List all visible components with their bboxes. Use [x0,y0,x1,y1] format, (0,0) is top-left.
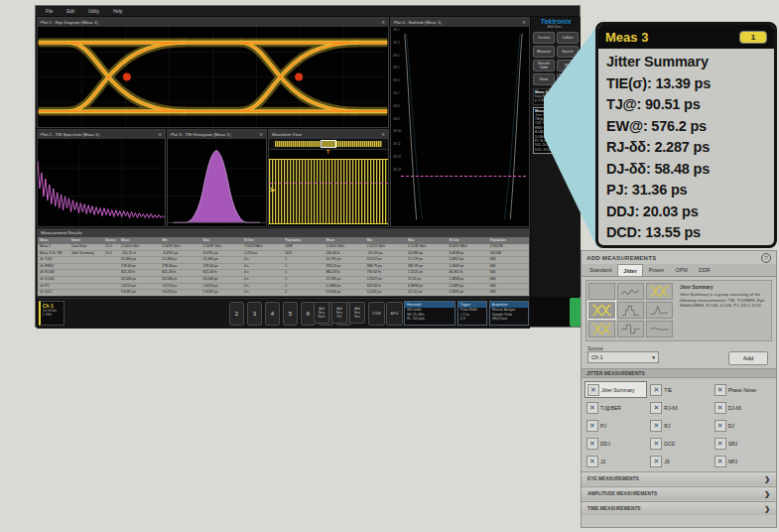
plot-title: Plot 4 - Bathtub (Meas 1) [394,20,442,25]
table-row[interactable]: Jit: DDJ 9.6282 ps 9.6282 ps 9.6282 ps 0… [38,290,529,297]
measurement-item[interactable]: ✕ DJ [713,417,775,434]
measurement-item[interactable]: ✕ RJ [648,417,711,434]
menu-item[interactable]: File [46,9,53,14]
measurement-tab[interactable]: Jitter [617,264,642,276]
measurement-item[interactable]: ✕ RJ-δδ [648,399,711,416]
table-row[interactable]: Meas 3 Jit: TIE Jitter Summary Ch 1 -151… [38,251,529,258]
chevron-right-icon: ❯ [764,490,770,498]
table-row[interactable]: Jit: DJ-δδ 20.536 ps 20.536 ps 20.536 ps… [38,277,529,284]
measurement-item[interactable]: ✕ TIE [648,381,711,398]
table-row[interactable]: Jit: PJ 1.6714 ps 1.6714 ps 1.6714 ps 0 … [38,284,529,291]
measurement-item[interactable]: ✕ SRJ [713,435,775,452]
sidebar-button[interactable]: Zoom [533,73,555,85]
sidebar-button[interactable]: Callout [557,32,579,44]
measurement-item[interactable]: ✕ PJ [584,417,647,434]
cell: 2.5638 Gb/s [201,244,242,250]
add-waveform-button[interactable]: Add New Math [314,302,329,324]
channel1-badge[interactable]: Ch 1 50 mV/div 2 GHz [39,301,65,326]
run-stop-button[interactable] [570,298,581,327]
measurement-item[interactable]: ✕ J9 [648,453,711,469]
measurement-item[interactable]: ✕ DDJ [584,435,647,452]
measurement-tab[interactable]: OPM [670,264,693,276]
sidebar-button[interactable]: Measure [533,46,555,58]
thumb-eye-diagram-2[interactable] [588,321,615,337]
add-waveform-button[interactable]: Add New Ref [331,302,347,324]
measurement-gallery: Jitter Summary Jitter Summary is a group… [585,280,772,341]
close-icon[interactable]: ✕ [522,20,526,25]
thumb-trace[interactable] [646,321,673,337]
measurement-item[interactable]: ✕ Phase Noise [713,381,775,398]
sidebar-button[interactable]: Results Table [533,60,555,71]
panel-title: ADD MEASUREMENTS [586,255,656,261]
measurement-item[interactable]: ✕ J2 [584,453,647,469]
source-select[interactable]: Ch 1 ▾ [587,351,659,363]
menu-item[interactable]: Help [113,9,122,14]
accordion-section[interactable]: TIME MEASUREMENTS ❯ [582,501,776,515]
thumb-waveform[interactable] [617,321,644,337]
measurement-item[interactable]: ✕ NPJ [713,453,775,469]
measurement-item[interactable]: ✕ Jitter Summary [584,381,647,398]
cell: 821.26 fs [160,270,200,276]
cell: 1.4349 ps [447,264,487,270]
measurement-icon: ✕ [586,438,598,450]
thumb-histogram[interactable] [617,302,644,319]
jitter-measurements-grid: ✕ Jitter Summary ✕ TIE ✕ Phase Noise ✕ T… [584,381,775,469]
cell: 2.5748 Gb/s [406,244,447,250]
measurement-icon: ✕ [714,402,726,414]
trigger-badge[interactable]: Trigger Pulse Width< 2 ns0 V [457,301,487,326]
measurement-tab[interactable]: DDR [694,264,715,276]
close-icon[interactable]: ✕ [259,132,263,137]
accordion-section[interactable]: EYE MEASUREMENTS ❯ [582,471,776,485]
thumb-spectrum[interactable] [646,302,673,319]
table-row[interactable]: Jit: EW@ 178.34 ps 178.34 ps 178.34 ps 0… [38,264,529,271]
table-row[interactable]: Meas 2 Data Rate Ch 1 2.5000 Gb/s 2.4478… [38,244,529,251]
table-row[interactable]: Jit: RJ-δδ 821.26 fs 821.26 fs 821.26 fs… [38,270,529,277]
thumb-trend-plot[interactable] [617,283,644,300]
measurement-tab[interactable]: Power [644,264,670,276]
add-button[interactable]: Add [728,351,768,365]
measurement-icon: ✕ [650,438,662,450]
cell: 20.536 ps [119,277,160,283]
cell: 0 s [242,270,283,276]
cell: 636 [488,270,529,276]
thumb-blank[interactable] [588,283,615,300]
channel1-marker[interactable]: 1▸ [270,187,275,193]
cell: 636 [488,264,529,270]
table-row[interactable]: Jit: TJ@ 21.466 ps 21.466 ps 21.466 ps 0… [38,257,529,264]
cell: Jit: TJ@ [38,257,69,263]
close-icon[interactable]: ✕ [158,132,162,137]
chevron-right-icon: ❯ [764,505,770,513]
channel-button[interactable]: 3 [247,302,262,326]
measurement-icon: ✕ [587,384,599,396]
help-icon[interactable]: ? [761,253,771,263]
cell: 20.536 ps [201,277,242,283]
close-icon[interactable]: ✕ [381,132,385,137]
measurement-item[interactable]: ✕ TJ@BER [584,399,647,416]
measurement-item[interactable]: ✕ DCD [648,435,711,452]
channel-button[interactable]: 2 [229,302,244,326]
cell: 1 [283,290,324,296]
close-icon[interactable]: ✕ [381,20,385,25]
acquisition-badge[interactable]: Acquisition Manual, AnalyzeSample: 8 bit… [489,301,529,326]
zoom-window-marker[interactable] [321,140,336,148]
dvm-button[interactable]: DVM [368,302,385,326]
thumb-eye-diagram[interactable] [646,283,673,300]
cell: Jit: DDJ [38,290,69,296]
callout-title: Meas 3 [605,30,648,45]
cell: 8.6745 ps [201,251,242,257]
cell [69,290,103,296]
thumb-eye-diagram-selected[interactable] [588,302,615,319]
afg-button[interactable]: AFG [386,302,403,326]
accordion-section[interactable]: AMPLITUDE MEASUREMENTS ❯ [582,486,776,500]
measurement-tab[interactable]: Standard [584,264,616,276]
menu-item[interactable]: Edit [66,9,74,14]
sidebar-button[interactable]: Cursors [533,32,555,44]
measurement-item[interactable]: ✕ DJ-δδ [713,399,775,416]
horizontal-badge[interactable]: Horizontal 400 ns/divSR: 25 GS/sRL: 100 … [404,301,455,326]
channel-button[interactable]: 5 [283,302,298,326]
trigger-position-icon[interactable]: T [326,149,329,155]
menu-item[interactable]: Utility [88,9,99,14]
channel-button[interactable]: 4 [265,302,280,326]
measurement-label: J2 [600,459,605,465]
add-waveform-button[interactable]: Add New Bus [349,302,365,324]
